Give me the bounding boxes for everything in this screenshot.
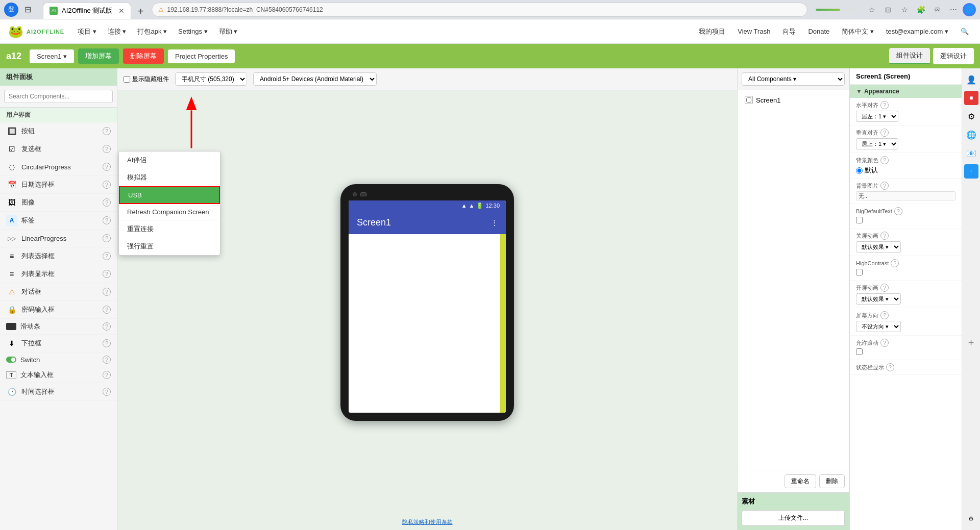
browser-menu-icon[interactable]: ⋯: [946, 3, 961, 17]
edge-settings-icon[interactable]: ⚙: [964, 109, 978, 123]
scrollable-help-icon[interactable]: ?: [880, 339, 889, 347]
comp-listview[interactable]: ≡ 列表显示框 ?: [0, 265, 117, 283]
show-hidden-checkbox[interactable]: [124, 76, 130, 83]
bookmark-star-icon[interactable]: ☆: [865, 3, 879, 17]
valign-help-icon[interactable]: ?: [880, 129, 889, 137]
edge-user-icon[interactable]: 👤: [964, 72, 978, 87]
device-size-selector[interactable]: 手机尺寸 (505,320): [175, 72, 247, 86]
tab-close-button[interactable]: ✕: [118, 7, 125, 15]
comp-circularprogress[interactable]: ◌ CircularProgress ?: [0, 158, 117, 176]
highcontrast-checkbox[interactable]: [856, 269, 863, 275]
guide-link[interactable]: 向导: [779, 25, 799, 38]
browser-extensions-icon[interactable]: 🧩: [914, 3, 928, 17]
screenorientation-selector[interactable]: 不设方向 ▾: [856, 321, 901, 332]
nav-item-connect[interactable]: 连接 ▾: [103, 24, 132, 39]
search-components-input[interactable]: [4, 90, 113, 103]
comp-info-button[interactable]: ?: [103, 127, 111, 135]
scrollable-checkbox[interactable]: [856, 348, 863, 355]
closeanimation-selector[interactable]: 默认效果 ▾: [856, 241, 901, 253]
comp-datepicker[interactable]: 📅 日期选择框 ?: [0, 176, 117, 194]
edge-bottom-settings-icon[interactable]: ⚙: [964, 512, 978, 526]
comp-info-button[interactable]: ?: [103, 216, 111, 224]
openanimation-help-icon[interactable]: ?: [880, 284, 889, 292]
nav-item-project[interactable]: 项目 ▾: [72, 24, 102, 39]
comp-info-button[interactable]: ?: [103, 388, 111, 396]
rename-button[interactable]: 重命名: [785, 474, 816, 488]
screen-selector[interactable]: Screen1 ▾: [30, 49, 74, 63]
reader-mode-icon[interactable]: ⊡: [881, 3, 895, 17]
comp-textbox[interactable]: T 文本输入框 ?: [0, 367, 117, 383]
bigdefaulttext-help-icon[interactable]: ?: [894, 207, 902, 215]
bgimage-help-icon[interactable]: ?: [880, 182, 889, 190]
edge-outlook-icon[interactable]: 📧: [964, 146, 978, 160]
project-properties-button[interactable]: Project Properties: [168, 49, 235, 63]
comp-passwordbox[interactable]: 🔒 密码输入框 ?: [0, 301, 117, 319]
menu-emulator[interactable]: 模拟器: [119, 169, 220, 186]
bigdefaulttext-checkbox[interactable]: [856, 217, 863, 223]
search-button[interactable]: 🔍: [958, 24, 972, 39]
menu-ai-companion[interactable]: AI伴侣: [119, 152, 220, 169]
comp-image[interactable]: 🖼 图像 ?: [0, 194, 117, 212]
comp-info-button[interactable]: ?: [103, 288, 111, 296]
edge-add-icon[interactable]: +: [964, 336, 978, 350]
save-to-reading-list-icon[interactable]: ☆: [897, 3, 912, 17]
browser-tab-list[interactable]: ⊟: [20, 3, 35, 17]
logic-mode-button[interactable]: 逻辑设计: [933, 48, 974, 64]
comp-info-button[interactable]: ?: [103, 181, 111, 189]
bgcolor-help-icon[interactable]: ?: [880, 156, 889, 164]
tree-item-screen1[interactable]: Screen1: [742, 94, 845, 106]
comp-info-button[interactable]: ?: [103, 306, 111, 314]
comp-listpicker[interactable]: ≡ 列表选择框 ?: [0, 247, 117, 265]
nav-item-package[interactable]: 打包apk ▾: [132, 24, 172, 39]
comp-slider[interactable]: 滑动条 ?: [0, 319, 117, 335]
comp-info-button[interactable]: ?: [103, 371, 111, 379]
highcontrast-help-icon[interactable]: ?: [891, 259, 899, 267]
halign-help-icon[interactable]: ?: [880, 101, 889, 109]
screenorientation-help-icon[interactable]: ?: [880, 311, 889, 319]
bgimage-input[interactable]: [856, 191, 955, 200]
footer-link[interactable]: 隐私策略和使用条款: [117, 514, 737, 530]
comp-info-button[interactable]: ?: [103, 198, 111, 207]
comp-info-button[interactable]: ?: [103, 322, 111, 331]
comp-timepicker[interactable]: 🕐 时间选择框 ?: [0, 383, 117, 401]
show-hidden-label[interactable]: 显示隐藏组件: [124, 75, 169, 84]
comp-info-button[interactable]: ?: [103, 270, 111, 278]
comp-checkbox[interactable]: ☑ 复选框 ?: [0, 140, 117, 158]
language-selector[interactable]: 简体中文 ▾: [839, 25, 877, 38]
new-tab-button[interactable]: +: [133, 5, 148, 19]
comp-linearprogress[interactable]: ▷▷ LinearProgress ?: [0, 230, 117, 247]
active-tab[interactable]: AI AI2Offline 测试版 ✕: [43, 3, 131, 19]
comp-button[interactable]: 🔲 按钮 ?: [0, 122, 117, 140]
comp-notifier[interactable]: ⚠ 对话框 ?: [0, 283, 117, 301]
statusbar-help-icon[interactable]: ?: [886, 363, 894, 371]
menu-usb[interactable]: USB: [119, 186, 220, 204]
comp-label[interactable]: A 标签 ?: [0, 212, 117, 230]
comp-info-button[interactable]: ?: [103, 356, 111, 364]
comp-spinner[interactable]: ⬇ 下拉框 ?: [0, 335, 117, 352]
my-project-link[interactable]: 我的项目: [696, 25, 728, 38]
browser-sync-icon[interactable]: ♾: [930, 3, 944, 17]
donate-link[interactable]: Donate: [805, 26, 832, 37]
delete-screen-button[interactable]: 删除屏幕: [123, 48, 164, 64]
screen-checkbox[interactable]: [746, 97, 751, 103]
nav-item-settings[interactable]: Settings ▾: [173, 24, 213, 38]
menu-reset-connection[interactable]: 重置连接: [119, 220, 220, 238]
theme-selector[interactable]: Android 5+ Devices (Android Material): [253, 72, 377, 86]
upload-file-button[interactable]: 上传文件...: [742, 510, 845, 526]
comp-info-button[interactable]: ?: [103, 145, 111, 153]
closeanimation-help-icon[interactable]: ?: [880, 232, 889, 240]
comp-info-button[interactable]: ?: [103, 252, 111, 260]
edge-globe-icon[interactable]: 🌐: [964, 128, 978, 142]
delete-button[interactable]: 删除: [819, 474, 845, 488]
valign-selector[interactable]: 居上：1 ▾: [856, 138, 898, 149]
edge-puzzle-icon[interactable]: ■: [964, 91, 978, 105]
browser-sidebar-icon[interactable]: 🌐: [963, 3, 976, 16]
edge-share-icon[interactable]: ↑: [964, 164, 978, 179]
comp-switch[interactable]: Switch ?: [0, 352, 117, 367]
nav-item-help[interactable]: 帮助 ▾: [214, 24, 243, 39]
view-trash-link[interactable]: View Trash: [734, 26, 773, 37]
openanimation-selector[interactable]: 默认效果 ▾: [856, 293, 901, 305]
menu-force-reset[interactable]: 强行重置: [119, 238, 220, 255]
menu-refresh-companion[interactable]: Refresh Companion Screen: [119, 204, 220, 220]
bgcolor-default-radio[interactable]: [856, 167, 863, 174]
